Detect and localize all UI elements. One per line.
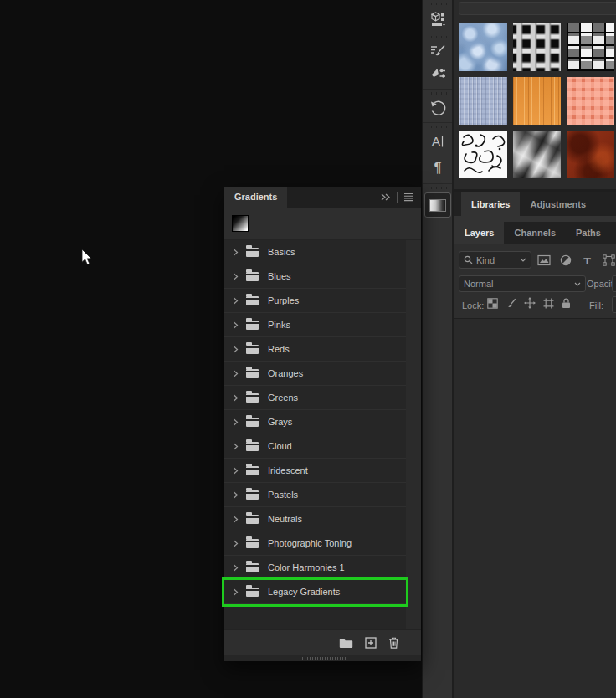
gradient-folder-row[interactable]: Pastels — [224, 483, 406, 507]
strip-separator — [423, 122, 452, 123]
gradient-folder-label: Pinks — [268, 320, 290, 330]
folder-icon — [246, 369, 259, 378]
gradient-folder-label: Pastels — [268, 490, 298, 500]
dock-spacer — [454, 216, 616, 222]
list-empty-space — [224, 604, 406, 629]
gradient-folder-label: Basics — [268, 247, 295, 257]
chevron-right-icon[interactable] — [233, 346, 239, 353]
selected-gradient-thumbnail[interactable] — [232, 215, 249, 232]
pattern-swatch[interactable] — [567, 131, 614, 178]
folder-icon — [246, 539, 259, 548]
panel-resize-grip[interactable] — [224, 655, 421, 661]
chevron-right-icon[interactable] — [233, 321, 239, 329]
panel-group-grip[interactable] — [429, 187, 447, 189]
chevron-right-icon[interactable] — [233, 588, 239, 596]
panel-group-grip[interactable] — [429, 126, 447, 128]
pattern-swatch[interactable] — [459, 131, 507, 178]
folder-icon — [246, 393, 259, 403]
fill-input[interactable] — [612, 296, 616, 313]
chevron-right-icon[interactable] — [233, 418, 239, 426]
chevron-right-icon[interactable] — [233, 540, 239, 547]
gradient-folder-row[interactable]: Oranges — [224, 362, 406, 386]
gradient-folder-label: Iridescent — [268, 465, 308, 475]
gradients-panel-icon-active[interactable] — [424, 192, 451, 218]
tab-adjustments[interactable]: Adjustments — [520, 192, 596, 216]
layer-filter-kind-select[interactable]: Kind — [459, 251, 531, 269]
fill-label: Fill: — [589, 300, 603, 311]
gradient-folder-row[interactable]: Pinks — [224, 313, 406, 337]
chevron-right-icon[interactable] — [233, 297, 239, 305]
chevron-right-icon[interactable] — [233, 249, 239, 256]
gradient-folder-label: Blues — [268, 271, 291, 281]
chevron-right-icon[interactable] — [233, 516, 239, 523]
gradient-folder-row[interactable]: Grays — [224, 410, 406, 434]
tab-paths[interactable]: Paths — [566, 222, 611, 244]
new-gradient-icon[interactable] — [365, 637, 377, 649]
lock-artboard-icon[interactable] — [543, 297, 554, 312]
gradient-folder-row[interactable]: Iridescent — [224, 459, 406, 483]
gradient-folder-row[interactable]: Color Harmonies 1 — [224, 556, 406, 580]
collapse-panel-icon[interactable] — [380, 193, 391, 201]
lock-position-icon[interactable] — [524, 297, 536, 312]
pixel-layers-filter-icon[interactable] — [536, 253, 552, 267]
brushes-panel-icon[interactable] — [423, 40, 453, 63]
type-layers-filter-icon[interactable]: T — [579, 253, 595, 267]
gradient-folder-label: Grays — [268, 417, 292, 427]
pattern-swatch[interactable] — [513, 77, 561, 125]
chevron-right-icon[interactable] — [233, 564, 239, 572]
folder-icon — [246, 563, 259, 572]
gradient-folder-row[interactable]: Neutrals — [224, 507, 406, 531]
lock-pixels-icon[interactable] — [506, 297, 516, 312]
patterns-panel-toolbar[interactable] — [459, 2, 616, 15]
chevron-right-icon[interactable] — [233, 394, 239, 402]
panel-group-grip[interactable] — [429, 36, 447, 38]
pattern-swatch[interactable] — [567, 77, 614, 125]
gradient-folder-row[interactable]: Blues — [224, 264, 406, 289]
history-panel-icon[interactable] — [423, 96, 453, 119]
chevron-right-icon[interactable] — [233, 370, 239, 377]
paragraph-panel-icon[interactable]: ¶ — [423, 156, 453, 178]
gradient-folder-row[interactable]: Cloud — [224, 434, 406, 459]
delete-trash-icon[interactable] — [388, 637, 399, 649]
lock-label: Lock: — [462, 300, 484, 311]
header-divider — [397, 192, 398, 203]
opacity-input[interactable] — [612, 275, 616, 292]
pattern-swatch[interactable] — [567, 23, 614, 71]
lock-transparency-icon[interactable] — [487, 297, 498, 312]
new-group-folder-icon[interactable] — [339, 638, 353, 649]
brush-settings-panel-icon[interactable] — [423, 63, 453, 85]
gradient-folder-label: Neutrals — [268, 514, 302, 524]
gradient-folder-row[interactable]: Legacy Gradients — [224, 580, 406, 604]
tab-layers[interactable]: Layers — [454, 222, 504, 244]
chevron-right-icon[interactable] — [233, 443, 239, 450]
gradient-folder-row[interactable]: Purples — [224, 289, 406, 313]
tab-gradients[interactable]: Gradients — [224, 187, 287, 208]
tab-channels[interactable]: Channels — [504, 222, 566, 244]
gradient-folder-row[interactable]: Greens — [224, 386, 406, 410]
character-panel-icon[interactable]: A — [423, 130, 453, 152]
panel-group-grip[interactable] — [429, 92, 447, 95]
gradient-folder-label: Reds — [268, 344, 290, 354]
pattern-swatch[interactable] — [459, 77, 507, 125]
tab-libraries[interactable]: Libraries — [461, 192, 520, 216]
pattern-swatch[interactable] — [513, 23, 561, 71]
blend-mode-select[interactable]: Normal — [459, 275, 586, 292]
chevron-down-icon — [574, 282, 581, 286]
lock-all-icon[interactable] — [562, 297, 571, 312]
panel-menu-icon[interactable] — [403, 192, 414, 202]
panel-group-grip[interactable] — [429, 3, 447, 5]
adjustment-layers-filter-icon[interactable] — [557, 253, 573, 267]
chevron-right-icon[interactable] — [233, 467, 239, 475]
pattern-swatch[interactable] — [459, 23, 507, 71]
gradient-folder-row[interactable]: Reds — [224, 337, 406, 362]
folder-icon — [246, 345, 259, 354]
shape-layers-filter-icon[interactable] — [601, 253, 616, 267]
dock-tab-bar: Libraries Adjustments — [454, 192, 616, 216]
gradient-folder-label: Color Harmonies 1 — [268, 562, 345, 572]
gradient-folder-row[interactable]: Basics — [224, 240, 406, 264]
chevron-right-icon[interactable] — [233, 491, 239, 499]
gradient-folder-row[interactable]: Photographic Toning — [224, 531, 406, 556]
materials-3d-panel-icon[interactable] — [423, 7, 453, 29]
pattern-swatch[interactable] — [513, 131, 561, 178]
chevron-right-icon[interactable] — [233, 273, 239, 280]
